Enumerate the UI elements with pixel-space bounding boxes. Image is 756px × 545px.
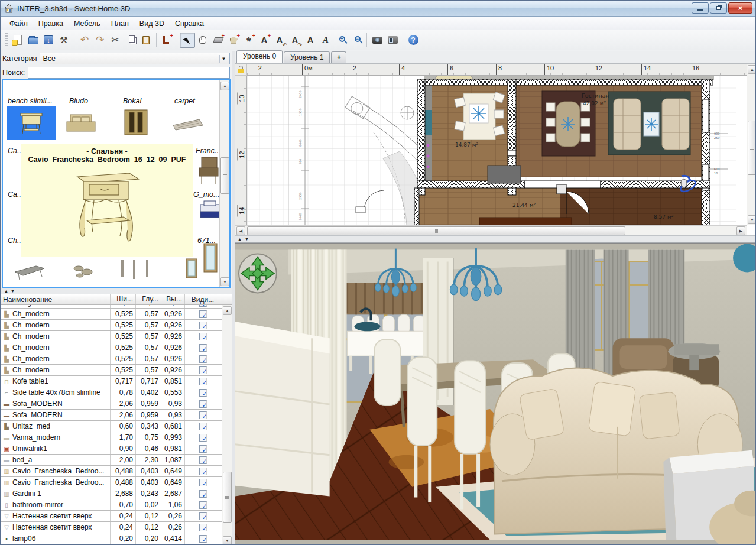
menu-3dview[interactable]: Вид 3D xyxy=(134,18,170,29)
visible-checkbox[interactable]: ✓ xyxy=(199,468,207,475)
living-room-label[interactable]: Гостиная xyxy=(582,92,609,99)
tab-level-1[interactable]: Уровень 1 xyxy=(284,51,330,63)
visible-checkbox[interactable]: ✓ xyxy=(199,456,207,464)
living-area-label[interactable]: 42,02 м² xyxy=(583,100,606,106)
living-sofa-set[interactable] xyxy=(608,92,690,155)
table-row[interactable]: ▪lamp060,200,200,414✓ xyxy=(1,533,232,544)
table-row[interactable]: ▙Ch_modern0,5250,570,926✓ xyxy=(1,320,232,331)
visible-checkbox[interactable]: ✓ xyxy=(199,445,207,453)
increase-text-size-button[interactable]: A↷ xyxy=(287,33,303,48)
scroll-down-icon[interactable]: ▼ xyxy=(748,215,756,224)
catalog-item-label[interactable]: G_mo... xyxy=(193,190,219,199)
visible-checkbox[interactable]: ✓ xyxy=(199,512,207,520)
table-row[interactable]: ▬Sofa_MODERN2,060,9590,93✓ xyxy=(1,398,232,410)
category-select[interactable]: Все ▼ xyxy=(40,53,230,64)
menu-help[interactable]: Справка xyxy=(170,18,209,29)
zoom-in-button[interactable]: + xyxy=(333,33,349,48)
add-text-button[interactable]: A+ xyxy=(257,33,272,48)
undo-button[interactable]: ↶ xyxy=(77,33,92,48)
italic-button[interactable]: A xyxy=(318,33,333,48)
scroll-up-icon[interactable]: ▲ xyxy=(220,82,229,90)
ruler-lock[interactable] xyxy=(235,64,247,76)
plan-vertical-scrollbar[interactable]: ▲ ▼ xyxy=(747,64,756,225)
cut-button[interactable]: ✂ xyxy=(108,33,123,48)
table-row[interactable]: ▣Umivalnik10,900,460,981✓ xyxy=(1,443,232,455)
table-row[interactable]: ⊓Kofe table10,7170,7170,851✓ xyxy=(1,376,232,387)
table-row[interactable]: ▥Gardini 12,6880,2432,687✓ xyxy=(1,488,232,499)
scroll-up-icon[interactable]: ▲ xyxy=(223,306,232,315)
menu-file[interactable]: Файл xyxy=(4,18,33,29)
open-button[interactable] xyxy=(25,33,41,48)
catalog-thumb[interactable] xyxy=(72,262,98,280)
column-height[interactable]: Вы... xyxy=(161,294,185,304)
menu-edit[interactable]: Правка xyxy=(33,18,69,29)
help-button[interactable]: ? xyxy=(405,33,421,48)
table-row[interactable]: ▙Ch_modern0,5250,570,926✓ xyxy=(1,309,232,320)
catalog-item-label[interactable]: bench slimli... xyxy=(8,97,53,105)
catalog-scrollbar[interactable]: ▲ ▼ xyxy=(219,80,229,287)
table-row[interactable]: ▥Cavio_Francheska_Bedroo...0,4880,4030,6… xyxy=(1,466,232,477)
create-dimensions-button[interactable]: *+ xyxy=(241,33,257,48)
plan-3d-splitter[interactable]: ▲▼ xyxy=(235,235,756,243)
paste-button[interactable] xyxy=(138,33,154,48)
catalog-table-splitter[interactable]: ▲▼ xyxy=(1,288,232,294)
scroll-right-icon[interactable]: ▶ xyxy=(736,226,745,235)
scrollbar-thumb[interactable] xyxy=(220,157,229,194)
visible-checkbox[interactable]: ✓ xyxy=(199,411,207,419)
plan-canvas[interactable]: 2400 1500 9600 780 2500 2460 xyxy=(247,76,736,225)
catalog-item-label[interactable]: Bludo xyxy=(69,97,88,105)
table-row[interactable]: ▽Настенная светит вверх0,240,120,26✓ xyxy=(1,511,232,522)
table-row[interactable]: ▯bathroom-mirror0,700,021,06✓ xyxy=(1,499,232,511)
catalog-thumb-carpet[interactable] xyxy=(168,111,206,135)
minimize-button[interactable] xyxy=(692,2,709,14)
table-row[interactable]: ▬bed_a2,002,301,087✓ xyxy=(1,455,232,466)
visible-checkbox[interactable]: ✓ xyxy=(199,305,207,307)
close-button[interactable]: × xyxy=(728,2,752,14)
small-area-label[interactable]: 8,57 м² xyxy=(654,214,674,220)
scrollbar-thumb[interactable] xyxy=(748,121,756,175)
hall-cabinet[interactable] xyxy=(479,218,572,225)
visible-checkbox[interactable]: ✓ xyxy=(199,344,207,352)
toolbar-grip[interactable] xyxy=(5,33,8,47)
create-video-button[interactable] xyxy=(385,33,400,48)
column-visible[interactable]: Види... xyxy=(185,294,220,304)
table-row[interactable]: ▬Sofa_MODERN2,060,9590,93✓ xyxy=(1,410,232,421)
scrollbar-thumb[interactable] xyxy=(247,226,625,235)
scroll-down-icon[interactable]: ▼ xyxy=(223,536,232,545)
catalog-item-label[interactable]: carpet xyxy=(174,97,195,105)
column-depth[interactable]: Глу... xyxy=(136,294,161,304)
visible-checkbox[interactable]: ✓ xyxy=(199,389,207,397)
furniture-catalog[interactable]: bench slimli... Bludo Bokal carpet Ca...… xyxy=(2,79,231,288)
catalog-thumb-bokal[interactable] xyxy=(116,108,154,137)
catalog-item-label[interactable]: Franc... xyxy=(196,147,220,155)
visible-checkbox[interactable]: ✓ xyxy=(199,333,207,340)
add-level-tab[interactable]: + xyxy=(331,51,346,63)
table-scrollbar[interactable]: ▲ ▼ xyxy=(222,305,232,545)
catalog-thumb[interactable] xyxy=(12,261,54,283)
table-row[interactable]: ▥Cavio_Francheska_Bedroo...0,4880,4030,6… xyxy=(1,477,232,488)
visible-checkbox[interactable]: ✓ xyxy=(199,501,207,509)
menu-furniture[interactable]: Мебель xyxy=(69,18,106,29)
bold-button[interactable]: A xyxy=(303,33,318,48)
visible-checkbox[interactable]: ✓ xyxy=(199,524,207,531)
3d-navigation-control[interactable] xyxy=(239,254,277,293)
hall-area-label[interactable]: 21,44 м² xyxy=(512,202,536,208)
visible-checkbox[interactable]: ✓ xyxy=(199,423,207,430)
visible-checkbox[interactable]: ✓ xyxy=(199,479,207,486)
column-width[interactable]: Ши... xyxy=(111,294,136,304)
table-row[interactable]: ▙Ch_modern0,5250,570,926✓ xyxy=(1,353,232,365)
search-input[interactable] xyxy=(28,67,230,79)
3d-view[interactable] xyxy=(235,243,756,545)
create-photo-button[interactable] xyxy=(369,33,385,48)
select-tool-button[interactable] xyxy=(180,33,195,48)
redo-button[interactable]: ↷ xyxy=(92,33,108,48)
preferences-button[interactable]: ⚒ xyxy=(56,33,72,48)
decrease-text-size-button[interactable]: A↶ xyxy=(272,33,287,48)
furniture-list-header[interactable]: Наименование Ши... Глу... Вы... Види... xyxy=(1,294,232,305)
tab-level-0[interactable]: Уровень 0 xyxy=(236,50,283,63)
catalog-thumb-bludo[interactable] xyxy=(62,110,100,137)
catalog-thumb[interactable] xyxy=(181,258,202,280)
table-row[interactable]: ▙Ch_modern0,5250,570,926✓ xyxy=(1,342,232,353)
visible-checkbox[interactable]: ✓ xyxy=(199,310,207,318)
new-home-button[interactable] xyxy=(10,33,25,48)
